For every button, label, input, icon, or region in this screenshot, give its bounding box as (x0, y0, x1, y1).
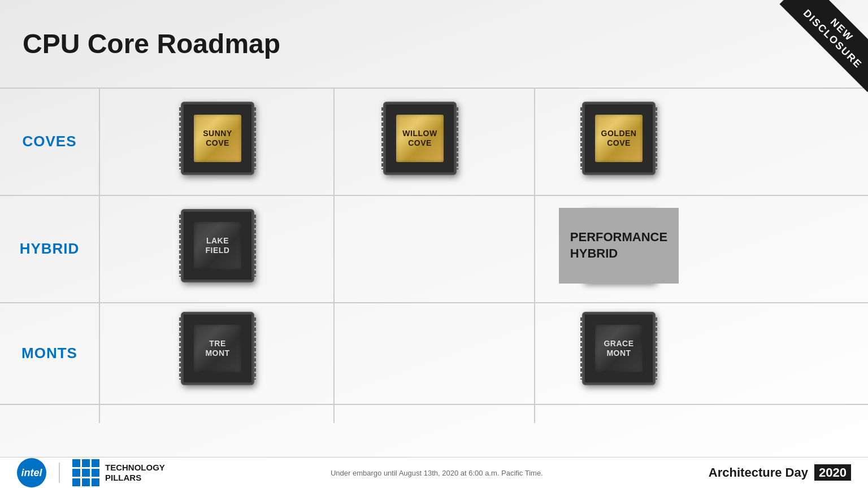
cpu-outer: SUNNYCOVE (181, 102, 254, 175)
new-disclosure-banner: NEWDISCLOSURE (755, 0, 868, 113)
new-disclosure-text: NEWDISCLOSURE (780, 0, 868, 92)
cpu-outer: GRACEMONT (582, 312, 656, 385)
gracemont-chip: GRACEMONT (582, 312, 656, 385)
cpu-outer: LAKEFIELD (181, 209, 254, 282)
tech-pillars: TECHNOLOGYPILLARS (72, 459, 165, 486)
chip-label: LAKEFIELD (206, 236, 230, 255)
monts-label: MONTS (0, 302, 99, 404)
hybrid-label: HYBRID (0, 195, 99, 302)
chip-label: GOLDENCOVE (601, 129, 637, 148)
row-divider-top (0, 88, 868, 89)
footer-divider (59, 463, 60, 483)
embargo-text: Under embargo until August 13th, 2020 at… (331, 469, 543, 477)
alder-lake-chip: ALDERLAKE PERFORMANCEHYBRID (582, 209, 656, 282)
grid-area: COVES HYBRID MONTS SUNNYCOVE WILLOWCOVE (0, 88, 868, 423)
chip-label: WILLOWCOVE (402, 129, 437, 148)
performance-hybrid-label: PERFORMANCEHYBRID (559, 208, 679, 284)
cpu-die: GOLDENCOVE (595, 115, 643, 162)
col-line-left (99, 88, 100, 423)
coves-label: COVES (0, 88, 99, 195)
page-title: CPU Core Roadmap (23, 28, 280, 59)
chip-label: GRACEMONT (604, 339, 633, 358)
willow-cove-chip: WILLOWCOVE (383, 102, 457, 175)
col-line-right (534, 88, 535, 423)
cpu-die: LAKEFIELD (194, 222, 241, 269)
cpu-die: SUNNYCOVE (194, 115, 241, 162)
row-divider-3 (0, 404, 868, 405)
cpu-die: TREMONT (194, 325, 241, 372)
lake-field-chip: LAKEFIELD (181, 209, 254, 282)
slide: NEWDISCLOSURE CPU Core Roadmap COVES HYB… (0, 0, 868, 488)
chip-label: SUNNYCOVE (203, 129, 232, 148)
tremont-chip: TREMONT (181, 312, 254, 385)
sunny-cove-chip: SUNNYCOVE (181, 102, 254, 175)
arch-day: Architecture Day 2020 (709, 465, 851, 480)
cpu-die: WILLOWCOVE (396, 115, 444, 162)
cpu-outer: WILLOWCOVE (383, 102, 457, 175)
golden-cove-chip: GOLDENCOVE (582, 102, 656, 175)
pillars-dots-icon (72, 459, 99, 486)
col-line-mid (333, 88, 335, 423)
cpu-outer: TREMONT (181, 312, 254, 385)
cpu-die: GRACEMONT (595, 325, 643, 372)
intel-icon: intel (17, 458, 46, 487)
row-divider-1 (0, 195, 868, 196)
chip-label: TREMONT (205, 339, 229, 358)
footer: intel TECHNOLOGYPILLARS Under embargo un… (0, 457, 868, 488)
row-divider-2 (0, 302, 868, 303)
cpu-outer: GOLDENCOVE (582, 102, 656, 175)
pillars-text: TECHNOLOGYPILLARS (105, 463, 165, 483)
intel-logo: intel TECHNOLOGYPILLARS (17, 458, 165, 487)
